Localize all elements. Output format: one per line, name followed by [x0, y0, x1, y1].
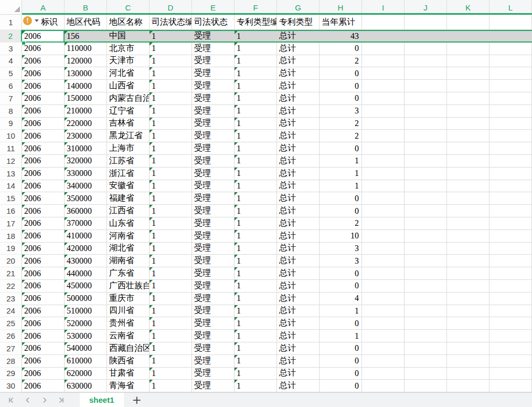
cell-H11[interactable]: 0 [320, 142, 362, 155]
column-header-D[interactable]: D [150, 0, 192, 15]
cell-F7[interactable]: 1 [235, 92, 277, 105]
cell-G9[interactable]: 总计 [277, 118, 320, 130]
row-header-22[interactable]: 22 [0, 280, 22, 293]
cell-A30[interactable]: 2006 [22, 380, 65, 392]
cell-H4[interactable]: 2 [320, 55, 362, 68]
cell-L14[interactable] [490, 180, 532, 193]
cell-C18[interactable]: 河南省 [107, 230, 150, 243]
cell-C14[interactable]: 安徽省 [107, 180, 150, 193]
cell-J26[interactable] [405, 330, 447, 342]
cell-K25[interactable] [447, 317, 490, 330]
cell-A28[interactable]: 2006 [22, 355, 65, 368]
cell-H13[interactable]: 1 [320, 168, 362, 180]
cell-G22[interactable]: 总计 [277, 280, 320, 293]
row-header-13[interactable]: 13 [0, 168, 22, 180]
cell-H30[interactable]: 0 [320, 380, 362, 392]
cell-A19[interactable]: 2006 [22, 243, 65, 255]
cell-F20[interactable]: 1 [235, 255, 277, 267]
cell-H20[interactable]: 3 [320, 255, 362, 267]
cell-I10[interactable] [362, 130, 405, 142]
cell-K30[interactable] [447, 380, 490, 392]
row-header-26[interactable]: 26 [0, 330, 22, 342]
cell-H28[interactable]: 0 [320, 355, 362, 368]
cell-C17[interactable]: 山东省 [107, 217, 150, 230]
cell-D14[interactable]: 1 [150, 180, 192, 193]
cell-A15[interactable]: 2006 [22, 192, 65, 205]
cell-C20[interactable]: 湖南省 [107, 255, 150, 267]
cell-L18[interactable] [490, 230, 532, 243]
cell-D17[interactable]: 1 [150, 217, 192, 230]
cell-B17[interactable]: 370000 [65, 217, 107, 230]
prev-sheet-button[interactable] [24, 396, 31, 404]
cell-E13[interactable]: 受理 [192, 168, 235, 180]
cell-D23[interactable]: 1 [150, 293, 192, 305]
cell-A11[interactable]: 2006 [22, 142, 65, 155]
sheet-tab-sheet1[interactable]: sheet1 [80, 393, 124, 407]
cell-E8[interactable]: 受理 [192, 105, 235, 118]
cell-B16[interactable]: 360000 [65, 205, 107, 217]
cell-K13[interactable] [447, 168, 490, 180]
cell-D20[interactable]: 1 [150, 255, 192, 267]
cell-A24[interactable]: 2006 [22, 305, 65, 318]
column-header-C[interactable]: C [107, 0, 150, 15]
first-sheet-button[interactable] [7, 396, 15, 404]
cell-C12[interactable]: 江苏省 [107, 155, 150, 168]
row-header-17[interactable]: 17 [0, 217, 22, 230]
cell-G17[interactable]: 总计 [277, 217, 320, 230]
cell-J29[interactable] [405, 368, 447, 380]
cell-L1[interactable] [490, 15, 532, 30]
cell-I1[interactable] [362, 15, 405, 30]
row-header-16[interactable]: 16 [0, 205, 22, 217]
cell-E16[interactable]: 受理 [192, 205, 235, 217]
cell-K20[interactable] [447, 255, 490, 267]
cell-L25[interactable] [490, 317, 532, 330]
cell-G7[interactable]: 总计 [277, 92, 320, 105]
cell-C26[interactable]: 云南省 [107, 330, 150, 342]
cell-L4[interactable] [490, 55, 532, 68]
cell-E21[interactable]: 受理 [192, 267, 235, 280]
row-header-30[interactable]: 30 [0, 380, 22, 392]
cell-J27[interactable] [405, 342, 447, 355]
column-header-F[interactable]: F [235, 0, 277, 15]
cell-I5[interactable] [362, 67, 405, 80]
cell-G11[interactable]: 总计 [277, 142, 320, 155]
cell-L15[interactable] [490, 192, 532, 205]
cell-J23[interactable] [405, 293, 447, 305]
row-header-27[interactable]: 27 [0, 342, 22, 355]
cell-K15[interactable] [447, 192, 490, 205]
cell-G10[interactable]: 总计 [277, 130, 320, 142]
cell-J30[interactable] [405, 380, 447, 392]
cell-A17[interactable]: 2006 [22, 217, 65, 230]
cell-E12[interactable]: 受理 [192, 155, 235, 168]
cell-B21[interactable]: 440000 [65, 267, 107, 280]
column-header-B[interactable]: B [65, 0, 107, 15]
cell-C5[interactable]: 河北省 [107, 67, 150, 80]
cell-F13[interactable]: 1 [235, 168, 277, 180]
cell-I2[interactable] [362, 31, 405, 41]
cell-C30[interactable]: 青海省 [107, 380, 150, 392]
cell-B10[interactable]: 230000 [65, 130, 107, 142]
cell-K11[interactable] [447, 142, 490, 155]
cell-J10[interactable] [405, 130, 447, 142]
cell-F5[interactable]: 1 [235, 67, 277, 80]
cell-F18[interactable]: 1 [235, 230, 277, 243]
cell-B14[interactable]: 340000 [65, 180, 107, 193]
cell-I13[interactable] [362, 168, 405, 180]
cell-G18[interactable]: 总计 [277, 230, 320, 243]
cell-D8[interactable]: 1 [150, 105, 192, 118]
cell-E17[interactable]: 受理 [192, 217, 235, 230]
cell-L16[interactable] [490, 205, 532, 217]
cell-D21[interactable]: 1 [150, 267, 192, 280]
cell-K10[interactable] [447, 130, 490, 142]
row-header-23[interactable]: 23 [0, 293, 22, 305]
cell-A18[interactable]: 2006 [22, 230, 65, 243]
row-header-1[interactable]: 1 [0, 15, 22, 30]
row-header-7[interactable]: 7 [0, 92, 22, 105]
cell-A21[interactable]: 2006 [22, 267, 65, 280]
row-header-19[interactable]: 19 [0, 243, 22, 255]
cell-K4[interactable] [447, 55, 490, 68]
cell-F10[interactable]: 1 [235, 130, 277, 142]
cell-B13[interactable]: 330000 [65, 168, 107, 180]
cell-L21[interactable] [490, 267, 532, 280]
cell-D18[interactable]: 1 [150, 230, 192, 243]
